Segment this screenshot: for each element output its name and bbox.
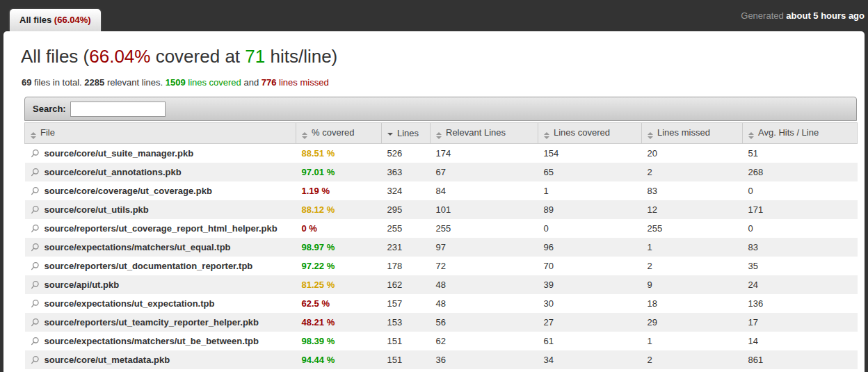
- lines-covered-cell: 61: [538, 332, 642, 350]
- relevant-lines-label: relevant lines.: [104, 77, 165, 88]
- file-link[interactable]: source/reporters/ut_teamcity_reporter_he…: [45, 317, 259, 327]
- file-cell: source/core/ut_utils.pkb: [25, 200, 296, 219]
- file-link[interactable]: source/expectations/ut_expectation.tpb: [45, 298, 215, 309]
- file-cell: source/reporters/ut_coverage_report_html…: [25, 219, 296, 238]
- lines-cell: 231: [382, 238, 431, 257]
- lines-missed-cell: 255: [642, 219, 743, 238]
- lines-covered-cell: 89: [538, 200, 642, 219]
- missed-lines-label: lines missed: [276, 77, 328, 88]
- magnifier-icon: [31, 280, 40, 289]
- percent-covered-cell: 48.21 %: [296, 313, 382, 332]
- avg-hits-cell: 861: [743, 350, 858, 369]
- file-cell: source/core/coverage/ut_coverage.pkb: [25, 181, 296, 200]
- lines-covered-cell: 70: [538, 257, 642, 275]
- lines-cell: 151: [382, 332, 431, 350]
- column-header-relevant-lines[interactable]: Relevant Lines: [431, 123, 538, 144]
- relevant-lines-cell: 174: [431, 144, 538, 163]
- avg-hits-cell: 171: [743, 200, 858, 219]
- column-header-label: Lines covered: [554, 127, 610, 138]
- tab-percent: (66.04%): [54, 15, 91, 25]
- avg-hits-cell: 51: [743, 144, 858, 163]
- percent-covered-value: 94.44 %: [302, 355, 335, 365]
- generated-timestamp: Generated about 5 hours ago: [741, 10, 865, 21]
- column-header-file[interactable]: File: [25, 123, 296, 144]
- relevant-lines-cell: 101: [431, 200, 538, 219]
- lines-missed-cell: 20: [642, 144, 743, 163]
- sort-both-icon: [302, 132, 307, 139]
- file-cell: source/reporters/ut_teamcity_reporter_he…: [25, 313, 296, 332]
- file-cell: source/core/ut_metadata.pkb: [25, 350, 296, 369]
- relevant-lines-cell: 62: [431, 332, 538, 350]
- lines-missed-cell: 83: [642, 181, 743, 200]
- column-header-lines[interactable]: Lines: [382, 123, 431, 144]
- table-row: source/core/ut_metadata.pkb94.44 %151363…: [25, 350, 858, 369]
- file-link[interactable]: source/reporters/ut_documentation_report…: [45, 261, 253, 271]
- relevant-lines-cell: 56: [431, 313, 538, 332]
- column-header-lines-missed[interactable]: Lines missed: [642, 123, 743, 144]
- percent-covered-value: 97.22 %: [302, 261, 335, 271]
- sort-both-icon: [31, 132, 36, 139]
- file-cell: source/expectations/matchers/ut_be_betwe…: [25, 332, 296, 350]
- percent-covered-cell: 0 %: [296, 219, 382, 238]
- lines-missed-cell: 1: [642, 332, 743, 350]
- file-link[interactable]: source/core/ut_suite_manager.pkb: [45, 148, 194, 159]
- lines-missed-cell: 2: [642, 163, 743, 181]
- percent-covered-value: 88.51 %: [302, 148, 335, 159]
- search-label: Search:: [33, 104, 66, 114]
- avg-hits-cell: 0: [743, 219, 858, 238]
- percent-covered-cell: 97.01 %: [296, 163, 382, 181]
- file-link[interactable]: source/expectations/matchers/ut_be_betwe…: [45, 336, 259, 346]
- percent-covered-value: 98.97 %: [302, 242, 335, 252]
- content-frame: All files (66.04% covered at 71 hits/lin…: [3, 31, 865, 372]
- file-link[interactable]: source/api/ut.pkb: [45, 280, 120, 290]
- lines-cell: 255: [382, 219, 431, 238]
- lines-cell: 151: [382, 350, 431, 369]
- lines-covered-cell: 27: [538, 313, 642, 332]
- title-hits-per-line: 71: [245, 46, 265, 67]
- table-row: source/reporters/ut_teamcity_reporter_he…: [25, 313, 858, 332]
- title-prefix: All files (: [21, 46, 89, 67]
- generated-prefix: Generated: [741, 10, 786, 21]
- file-link[interactable]: source/core/ut_annotations.pkb: [45, 167, 182, 177]
- file-link[interactable]: source/core/ut_metadata.pkb: [45, 355, 170, 365]
- lines-covered-cell: 30: [538, 294, 642, 313]
- lines-covered-cell: 39: [538, 275, 642, 294]
- column-header-label: Avg. Hits / Line: [758, 127, 819, 138]
- table-row: source/reporters/ut_coverage_report_html…: [25, 219, 858, 238]
- sort-both-icon: [648, 132, 653, 139]
- lines-cell: 178: [382, 257, 431, 275]
- file-cell: source/api/ut.pkb: [25, 275, 296, 294]
- column-header-lines-covered[interactable]: Lines covered: [538, 123, 642, 144]
- relevant-lines-cell: 255: [431, 219, 538, 238]
- file-link[interactable]: source/expectations/matchers/ut_equal.tp…: [45, 242, 231, 252]
- magnifier-icon: [31, 261, 40, 270]
- column-header-label: Relevant Lines: [446, 127, 506, 138]
- column-header-label: Lines missed: [657, 127, 710, 138]
- percent-covered-cell: 97.22 %: [296, 257, 382, 275]
- percent-covered-value: 88.12 %: [302, 204, 335, 215]
- sort-both-icon: [544, 132, 549, 139]
- title-middle: covered at: [150, 46, 245, 67]
- coverage-table: File% coveredLinesRelevant LinesLines co…: [24, 122, 858, 369]
- lines-cell: 295: [382, 200, 431, 219]
- top-bar: All files (66.04%) Generated about 5 hou…: [0, 0, 868, 31]
- percent-covered-value: 81.25 %: [302, 280, 335, 290]
- percent-covered-cell: 62.5 %: [296, 294, 382, 313]
- table-row: source/expectations/ut_expectation.tpb62…: [25, 294, 858, 313]
- percent-covered-value: 62.5 %: [302, 298, 330, 309]
- covered-lines-label: lines covered: [186, 77, 241, 88]
- relevant-lines-cell: 67: [431, 163, 538, 181]
- file-link[interactable]: source/core/ut_utils.pkb: [45, 204, 149, 215]
- search-input[interactable]: [70, 102, 166, 117]
- column-header-percent-covered[interactable]: % covered: [296, 123, 382, 144]
- avg-hits-cell: 24: [743, 275, 858, 294]
- relevant-lines-cell: 36: [431, 350, 538, 369]
- percent-covered-cell: 88.51 %: [296, 144, 382, 163]
- tab-all-files[interactable]: All files (66.04%): [10, 9, 101, 31]
- magnifier-icon: [31, 299, 40, 308]
- lines-missed-cell: 12: [642, 200, 743, 219]
- file-link[interactable]: source/reporters/ut_coverage_report_html…: [45, 223, 278, 234]
- column-header-avg-hits-line[interactable]: Avg. Hits / Line: [743, 123, 858, 144]
- file-link[interactable]: source/core/coverage/ut_coverage.pkb: [45, 186, 212, 196]
- lines-covered-cell: 96: [538, 238, 642, 257]
